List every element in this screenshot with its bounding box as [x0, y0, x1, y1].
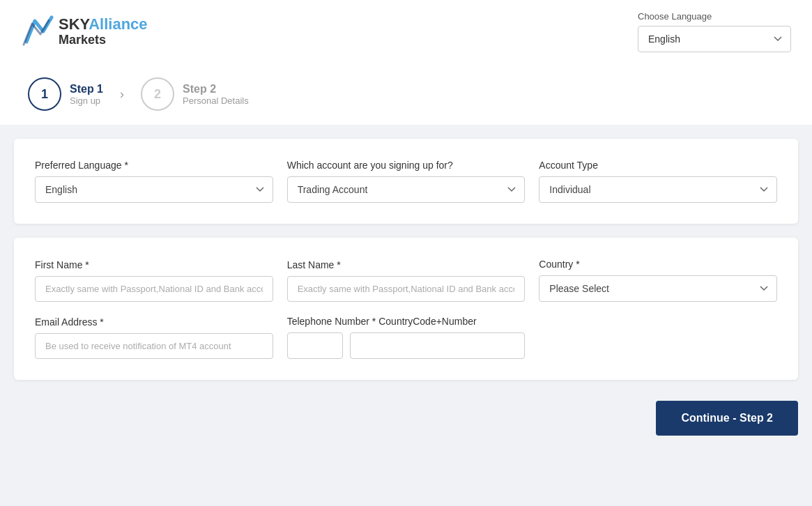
email-group: Email Address * [35, 316, 273, 359]
continue-button[interactable]: Continue - Step 2 [656, 401, 798, 436]
preferred-language-group: Preferred Language * English Arabic Chin… [35, 160, 273, 203]
preferred-language-select[interactable]: English Arabic Chinese [35, 176, 273, 203]
step-1-circle: 1 [28, 77, 61, 111]
last-name-input[interactable] [287, 276, 526, 302]
telephone-code-input[interactable] [287, 332, 343, 359]
language-label: Choose Language [638, 11, 712, 22]
language-section: Choose Language English Arabic Chinese [638, 11, 791, 52]
contact-row: Email Address * Telephone Number * Count… [35, 316, 777, 359]
account-preferences-card: Preferred Language * English Arabic Chin… [14, 139, 798, 224]
account-type-group: Account Type Individual Corporate [539, 160, 777, 203]
logo-sky-text: SKY [59, 15, 89, 33]
name-row: First Name * Last Name * Country * Pleas… [35, 259, 777, 302]
step-2-circle: 2 [141, 77, 174, 111]
telephone-label: Telephone Number * CountryCode+Number [287, 316, 526, 327]
first-name-group: First Name * [35, 259, 273, 302]
account-form-row: Preferred Language * English Arabic Chin… [35, 160, 777, 203]
first-name-input[interactable] [35, 276, 273, 302]
personal-details-card: First Name * Last Name * Country * Pleas… [14, 238, 798, 380]
email-input[interactable] [35, 333, 273, 359]
country-select[interactable]: Please Select [539, 275, 777, 302]
step-1-info: Step 1 Sign up [70, 83, 103, 106]
step-2-subtitle: Personal Details [183, 95, 249, 106]
step-2-number: 2 [154, 87, 161, 102]
step-2-info: Step 2 Personal Details [183, 83, 249, 106]
logo-markets-text: Markets [59, 33, 148, 47]
step-2-item: 2 Step 2 Personal Details [141, 77, 249, 111]
first-name-label: First Name * [35, 259, 273, 270]
logo: SKYAlliance Markets [21, 14, 148, 50]
logo-text: SKYAlliance Markets [59, 16, 148, 47]
logo-alliance-text: Alliance [89, 15, 147, 33]
telephone-row [287, 332, 526, 359]
account-type-question-group: Which account are you signing up for? Tr… [287, 160, 526, 203]
logo-icon [21, 14, 54, 50]
step-2-title: Step 2 [183, 83, 249, 95]
steps-bar: 1 Step 1 Sign up › 2 Step 2 Personal Det… [0, 63, 812, 125]
footer-area: Continue - Step 2 [0, 394, 812, 450]
last-name-group: Last Name * [287, 259, 526, 302]
account-type-select[interactable]: Individual Corporate [539, 176, 777, 203]
step-1-number: 1 [41, 87, 48, 102]
step-1-subtitle: Sign up [70, 95, 103, 106]
header: SKYAlliance Markets Choose Language Engl… [0, 0, 812, 63]
country-label: Country * [539, 259, 777, 270]
step-arrow: › [120, 87, 124, 102]
preferred-language-label: Preferred Language * [35, 160, 273, 171]
account-question-select[interactable]: Trading Account Demo Account [287, 176, 526, 203]
language-dropdown[interactable]: English Arabic Chinese [638, 26, 791, 52]
telephone-number-input[interactable] [350, 332, 526, 359]
telephone-group: Telephone Number * CountryCode+Number [287, 316, 526, 359]
country-group: Country * Please Select [539, 259, 777, 302]
account-question-label: Which account are you signing up for? [287, 160, 526, 171]
account-type-label: Account Type [539, 160, 777, 171]
email-label: Email Address * [35, 316, 273, 328]
step-1-title: Step 1 [70, 83, 103, 95]
last-name-label: Last Name * [287, 259, 526, 270]
step-1-item: 1 Step 1 Sign up [28, 77, 103, 111]
